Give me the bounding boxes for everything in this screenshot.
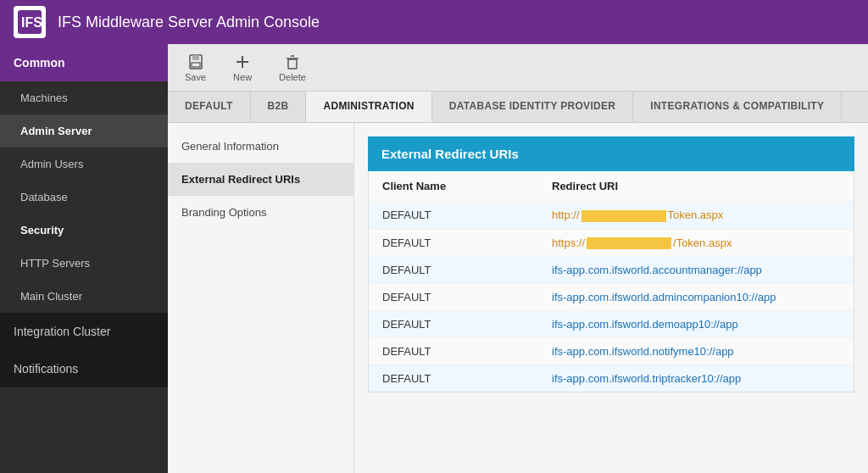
cell-client-1: DEFAULT <box>382 209 552 221</box>
tab-database-identity[interactable]: DATABASE IDENTITY PROVIDER <box>432 92 633 122</box>
cell-uri-2: https:///Token.aspx <box>552 236 840 250</box>
tab-integrations[interactable]: INTEGRATIONS & COMPATIBILITY <box>633 92 842 122</box>
table-row[interactable]: DEFAULT https:///Token.aspx <box>369 230 854 258</box>
left-panel-branding-options[interactable]: Branding Options <box>168 196 353 229</box>
sidebar-item-http-servers[interactable]: HTTP Servers <box>0 247 168 280</box>
sidebar-item-notifications[interactable]: Notifications <box>0 350 168 387</box>
header: IFS IFS Middleware Server Admin Console <box>0 0 868 44</box>
cell-uri-1: http://Token.aspx <box>552 209 840 222</box>
content-panels: General Information External Redirect UR… <box>168 123 868 473</box>
svg-rect-4 <box>192 63 200 67</box>
content-area: Save New Delete DEFAULT B2B <box>168 44 868 473</box>
left-panel-external-redirect[interactable]: External Redirect URIs <box>168 163 353 196</box>
toolbar: Save New Delete <box>168 44 868 92</box>
cell-client-2: DEFAULT <box>382 236 552 249</box>
svg-rect-3 <box>192 55 199 60</box>
app-title: IFS Middleware Server Admin Console <box>58 14 320 31</box>
left-panel-general-info[interactable]: General Information <box>168 130 353 163</box>
cell-uri-6: ifs-app.com.ifsworld.notifyme10://app <box>552 345 840 358</box>
sidebar-item-database[interactable]: Database <box>0 181 168 214</box>
cell-client-5: DEFAULT <box>382 318 552 331</box>
table-header: Client Name Redirect URI <box>369 171 854 202</box>
sidebar-item-integration-cluster[interactable]: Integration Cluster <box>0 313 168 350</box>
cell-client-4: DEFAULT <box>382 291 552 303</box>
table-row[interactable]: DEFAULT http://Token.aspx <box>369 202 854 230</box>
section-title: External Redirect URIs <box>368 136 854 171</box>
cell-uri-5: ifs-app.com.ifsworld.demoapp10://app <box>552 318 840 331</box>
svg-rect-7 <box>288 59 297 69</box>
table-row[interactable]: DEFAULT ifs-app.com.ifsworld.accountmana… <box>369 257 854 284</box>
table-container: Client Name Redirect URI DEFAULT http://… <box>368 171 854 392</box>
redacted-value <box>581 210 666 222</box>
cell-uri-3: ifs-app.com.ifsworld.accountmanager://ap… <box>552 264 840 276</box>
tab-b2b[interactable]: B2B <box>251 92 307 122</box>
cell-client-3: DEFAULT <box>382 264 552 276</box>
sidebar-item-machines[interactable]: Machines <box>0 81 168 114</box>
cell-uri-7: ifs-app.com.ifsworld.triptracker10://app <box>552 372 840 385</box>
sidebar-section-common[interactable]: Common <box>0 44 168 81</box>
tab-default[interactable]: DEFAULT <box>168 92 251 122</box>
cell-client-6: DEFAULT <box>382 345 552 358</box>
table-row[interactable]: DEFAULT ifs-app.com.ifsworld.triptracker… <box>369 365 854 392</box>
cell-client-7: DEFAULT <box>382 372 552 385</box>
table-row[interactable]: DEFAULT ifs-app.com.ifsworld.notifyme10:… <box>369 338 854 365</box>
sidebar-item-security[interactable]: Security <box>0 214 168 247</box>
col-header-redirect-uri: Redirect URI <box>552 180 840 192</box>
new-button[interactable]: New <box>226 50 259 86</box>
main-layout: Common Machines Admin Server Admin Users… <box>0 44 868 473</box>
sidebar: Common Machines Admin Server Admin Users… <box>0 44 168 473</box>
redacted-value <box>587 237 671 249</box>
col-header-client-name: Client Name <box>382 180 552 192</box>
sidebar-item-main-cluster[interactable]: Main Cluster <box>0 280 168 313</box>
right-panel: External Redirect URIs Client Name Redir… <box>354 123 868 473</box>
sidebar-item-admin-server[interactable]: Admin Server <box>0 114 168 147</box>
tab-administration[interactable]: ADMINISTRATION <box>306 92 431 122</box>
sidebar-item-admin-users[interactable]: Admin Users <box>0 147 168 181</box>
tabs-bar: DEFAULT B2B ADMINISTRATION DATABASE IDEN… <box>168 92 868 123</box>
cell-uri-4: ifs-app.com.ifsworld.admincompanion10://… <box>552 291 840 303</box>
table-row[interactable]: DEFAULT ifs-app.com.ifsworld.admincompan… <box>369 284 854 311</box>
svg-text:IFS: IFS <box>21 15 42 30</box>
table-row[interactable]: DEFAULT ifs-app.com.ifsworld.demoapp10:/… <box>369 311 854 338</box>
app-logo: IFS <box>14 6 46 38</box>
save-button[interactable]: Save <box>178 50 213 86</box>
left-panel: General Information External Redirect UR… <box>168 123 354 473</box>
delete-button[interactable]: Delete <box>272 50 313 86</box>
